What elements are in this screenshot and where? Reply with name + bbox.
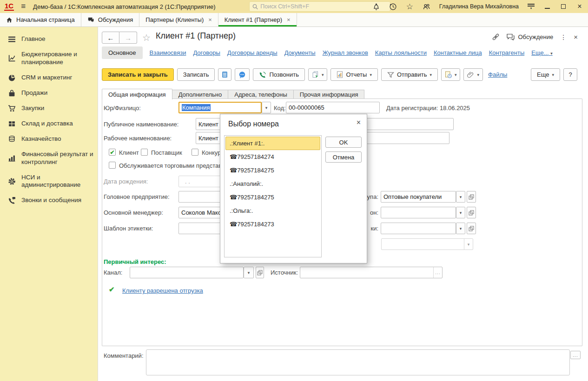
manager-field[interactable]: Соколов Макси: [178, 207, 224, 218]
tab-client[interactable]: Клиент #1 (Партнер) ×: [218, 13, 297, 26]
cancel-button[interactable]: Отмена: [325, 151, 362, 163]
main-menu-icon[interactable]: ≡: [21, 2, 26, 11]
chat-button[interactable]: [235, 68, 250, 81]
dialog-close-icon[interactable]: ×: [357, 118, 361, 127]
region-dropdown-button[interactable]: ▾: [456, 207, 465, 218]
global-search[interactable]: [249, 1, 390, 12]
close-tab-icon[interactable]: ×: [287, 16, 291, 23]
access-group-field[interactable]: Оптовые покупатели: [381, 191, 456, 203]
birth-date-field[interactable]: . .: [178, 176, 224, 187]
close-tab-icon[interactable]: ×: [208, 16, 212, 23]
ok-button[interactable]: OK: [325, 137, 362, 148]
sidebar-item-finance[interactable]: Финансовый результат и контроллинг: [0, 147, 98, 170]
nav-main[interactable]: Основное: [102, 46, 143, 59]
region-open-button[interactable]: [467, 207, 476, 218]
discussion-button[interactable]: Обсуждение: [507, 33, 553, 40]
shipping-allowed-link[interactable]: Клиенту разрешена отгрузка: [122, 287, 203, 294]
source-field[interactable]: ...: [300, 267, 443, 278]
list-item[interactable]: ☎79257184273: [225, 217, 320, 231]
entity-type-dropdown-button[interactable]: ▾: [262, 102, 271, 113]
user-menu-icon[interactable]: ▾: [528, 4, 535, 9]
back-button[interactable]: ←: [102, 32, 119, 44]
sidebar-item-crm[interactable]: CRM и маркетинг: [0, 70, 98, 85]
row3-field[interactable]: [381, 223, 456, 234]
sidebar-item-calls[interactable]: Звонки и сообщения: [0, 193, 98, 208]
tab-addresses[interactable]: Адреса, телефоны: [228, 90, 294, 99]
search-input[interactable]: [260, 3, 387, 10]
sidebar-item-main[interactable]: Главное: [0, 32, 98, 47]
forward-button[interactable]: →: [119, 32, 137, 44]
region-field[interactable]: [381, 207, 456, 218]
attach-button[interactable]: ▾: [463, 68, 483, 81]
files-link[interactable]: Файлы: [488, 71, 507, 78]
channel-dropdown-button[interactable]: ▾: [244, 267, 254, 278]
call-button[interactable]: Позвонить: [253, 68, 305, 81]
tab-additional[interactable]: Дополнительно: [172, 90, 229, 99]
list-item[interactable]: ☎79257184275: [225, 190, 320, 204]
nav-contracts[interactable]: Договоры: [193, 49, 220, 56]
tab-other-info[interactable]: Прочая информация: [294, 90, 365, 99]
list-item[interactable]: ☎79257184275: [225, 164, 320, 177]
code-field[interactable]: [286, 102, 380, 113]
nav-more[interactable]: Еще... ▾: [531, 49, 552, 56]
nav-counterparties[interactable]: Контрагенты: [489, 49, 525, 56]
window-minimize-button[interactable]: [543, 3, 551, 10]
close-form-icon[interactable]: ×: [574, 33, 578, 41]
nav-relations[interactable]: Взаимосвязи: [150, 49, 186, 56]
send-button[interactable]: Отправить ▾: [381, 68, 438, 81]
tab-discussions[interactable]: Обсуждения: [81, 13, 140, 26]
history-icon[interactable]: [389, 3, 397, 11]
reports-button[interactable]: Отчеты ▾: [330, 68, 377, 81]
window-close-button[interactable]: ×: [576, 3, 583, 10]
tasks-button[interactable]: ▾: [441, 68, 461, 81]
sales-rep-checkbox[interactable]: [109, 162, 116, 169]
favorites-star-icon[interactable]: ☆: [406, 3, 414, 11]
supplier-checkbox[interactable]: [141, 149, 148, 156]
ellipsis-button[interactable]: ...: [433, 267, 442, 278]
list-item[interactable]: .:Клиент #1:.: [225, 137, 320, 150]
journal-button[interactable]: [218, 68, 231, 81]
row3-dropdown-button[interactable]: ▾: [456, 223, 465, 234]
list-item[interactable]: .:Ольга:.: [225, 204, 320, 217]
sidebar-item-treasury[interactable]: Казначейство: [0, 131, 98, 147]
save-close-button[interactable]: Записать и закрыть: [102, 68, 174, 81]
current-user-name[interactable]: Гладилина Вера Михайловна: [439, 3, 519, 10]
list-item[interactable]: .:Анатолий:.: [225, 177, 320, 190]
more-actions-icon[interactable]: ⋮: [560, 33, 567, 41]
copy-create-button[interactable]: ▾: [308, 68, 328, 81]
nav-contact-persons[interactable]: Контактные лица: [434, 49, 482, 56]
notifications-bell-icon[interactable]: [372, 3, 380, 11]
sidebar-item-warehouse[interactable]: Склад и доставка: [0, 116, 98, 131]
label-template-field[interactable]: [178, 223, 224, 234]
save-button[interactable]: Записать: [177, 68, 215, 81]
tab-home[interactable]: Начальная страница: [0, 13, 81, 26]
sidebar-item-admin[interactable]: НСИ и администрирование: [0, 170, 98, 193]
get-link-icon[interactable]: [492, 33, 500, 41]
competitor-checkbox[interactable]: [192, 149, 198, 156]
row3-open-button[interactable]: [467, 223, 476, 234]
comment-expand-button[interactable]: ...: [570, 351, 581, 359]
nav-lease-contracts[interactable]: Договоры аренды: [227, 49, 277, 56]
nav-call-log[interactable]: Журнал звонков: [323, 49, 368, 56]
favorite-star-icon[interactable]: ☆: [142, 32, 151, 43]
access-group-dropdown-button[interactable]: ▾: [456, 191, 465, 203]
comment-field[interactable]: [146, 349, 570, 375]
channel-field[interactable]: [130, 267, 244, 278]
more-button[interactable]: Еще ▾: [531, 68, 560, 81]
sidebar-item-purchases[interactable]: Закупки: [0, 101, 98, 116]
sidebar-item-sales[interactable]: Продажи: [0, 85, 98, 101]
head-company-field[interactable]: [178, 191, 224, 203]
sidebar-item-budgeting[interactable]: Бюджетирование и планирование: [0, 47, 98, 70]
extra-field[interactable]: ▾: [381, 238, 473, 250]
access-group-open-button[interactable]: [467, 191, 476, 203]
channel-open-button[interactable]: [256, 267, 264, 278]
tab-general-info[interactable]: Общая информация: [102, 89, 172, 99]
window-maximize-button[interactable]: [560, 3, 567, 10]
help-button[interactable]: ?: [563, 68, 577, 81]
entity-type-field[interactable]: Компания: [178, 102, 262, 113]
tab-partners[interactable]: Партнеры (Клиенты) ×: [139, 13, 218, 26]
list-item[interactable]: ☎79257184274: [225, 150, 320, 164]
nav-documents[interactable]: Документы: [284, 49, 316, 56]
client-checkbox[interactable]: ✔: [109, 149, 116, 156]
nav-loyalty-cards[interactable]: Карты лояльности: [375, 49, 427, 56]
